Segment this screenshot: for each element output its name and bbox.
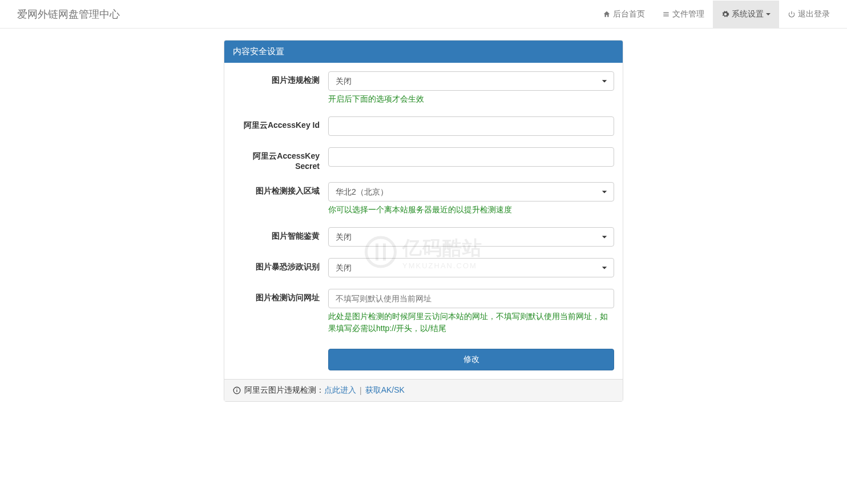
list-icon (662, 10, 670, 18)
home-icon (603, 10, 611, 18)
submit-button[interactable]: 修改 (328, 349, 614, 370)
nav-settings[interactable]: 系统设置 (713, 1, 779, 28)
field-region: 图片检测接入区域 华北2（北京） 你可以选择一个离本站服务器最近的以提升检测速度 (233, 182, 614, 216)
footer-link-aksk[interactable]: 获取AK/SK (365, 385, 405, 396)
power-icon (788, 10, 796, 18)
select-terror[interactable]: 关闭 (328, 258, 614, 277)
gear-icon (721, 10, 729, 18)
select-region[interactable]: 华北2（北京） (328, 182, 614, 201)
nav-logout-label: 退出登录 (798, 9, 830, 19)
help-url: 此处是图片检测的时候阿里云访问本站的网址，不填写则默认使用当前网址，如果填写必需… (328, 311, 614, 334)
label-region: 图片检测接入区域 (233, 182, 328, 216)
footer-sep: | (360, 386, 362, 395)
select-porn[interactable]: 关闭 (328, 227, 614, 247)
help-region: 你可以选择一个离本站服务器最近的以提升检测速度 (328, 204, 614, 216)
field-detect: 图片违规检测 关闭 开启后下面的选项才会生效 (233, 71, 614, 105)
settings-panel: 内容安全设置 图片违规检测 关闭 开启后下面的选项才会生效 阿里云AccessK… (224, 40, 623, 402)
nav-right: 后台首页 文件管理 系统设置 退出登录 (594, 1, 838, 28)
field-ak-id: 阿里云AccessKey Id (233, 116, 614, 136)
footer-link-enter[interactable]: 点此进入 (324, 385, 356, 396)
input-ak-secret[interactable] (328, 147, 614, 167)
label-ak-id: 阿里云AccessKey Id (233, 116, 328, 136)
nav-home[interactable]: 后台首页 (594, 1, 654, 28)
nav-settings-label: 系统设置 (732, 9, 764, 19)
help-detect: 开启后下面的选项才会生效 (328, 93, 614, 105)
field-url: 图片检测访问网址 此处是图片检测的时候阿里云访问本站的网址，不填写则默认使用当前… (233, 289, 614, 334)
field-ak-secret: 阿里云AccessKey Secret (233, 147, 614, 171)
input-url[interactable] (328, 289, 614, 308)
panel-footer: 阿里云图片违规检测： 点此进入 | 获取AK/SK (224, 379, 623, 401)
brand-title: 爱网外链网盘管理中心 (9, 0, 128, 29)
label-ak-secret: 阿里云AccessKey Secret (233, 147, 328, 171)
panel-title: 内容安全设置 (224, 41, 623, 63)
nav-logout[interactable]: 退出登录 (779, 1, 838, 28)
nav-files[interactable]: 文件管理 (654, 1, 713, 28)
input-ak-id[interactable] (328, 116, 614, 136)
select-detect[interactable]: 关闭 (328, 71, 614, 91)
label-url: 图片检测访问网址 (233, 289, 328, 334)
navbar: 爱网外链网盘管理中心 后台首页 文件管理 系统设置 退出登录 (0, 0, 847, 29)
field-porn: 图片智能鉴黄 关闭 (233, 227, 614, 247)
nav-files-label: 文件管理 (672, 9, 704, 19)
main-container: 内容安全设置 图片违规检测 关闭 开启后下面的选项才会生效 阿里云AccessK… (224, 40, 623, 402)
info-icon (233, 386, 241, 394)
panel-body: 图片违规检测 关闭 开启后下面的选项才会生效 阿里云AccessKey Id 阿… (224, 63, 623, 379)
svg-rect-1 (236, 390, 237, 392)
footer-prefix: 阿里云图片违规检测： (244, 385, 324, 396)
label-terror: 图片暴恐涉政识别 (233, 258, 328, 277)
label-detect: 图片违规检测 (233, 71, 328, 105)
submit-row: 修改 (233, 349, 614, 370)
caret-down-icon (766, 13, 771, 15)
nav-home-label: 后台首页 (613, 9, 645, 19)
field-terror: 图片暴恐涉政识别 关闭 (233, 258, 614, 277)
svg-rect-2 (236, 389, 237, 389)
label-porn: 图片智能鉴黄 (233, 227, 328, 247)
